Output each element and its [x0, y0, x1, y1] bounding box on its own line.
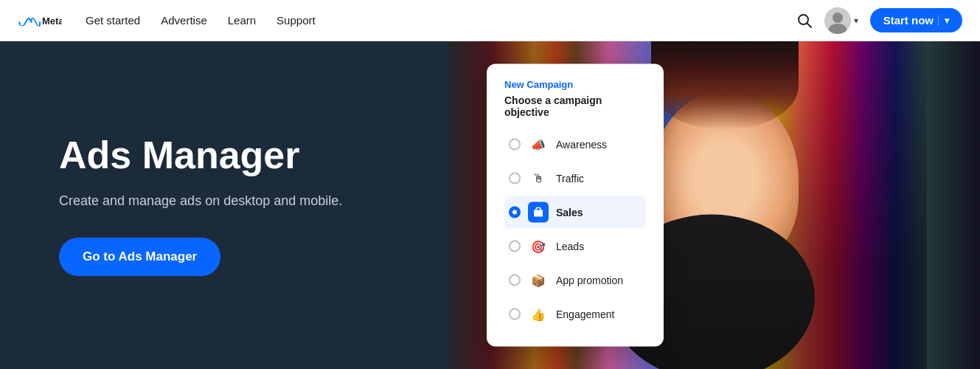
start-now-label: Start now — [883, 14, 934, 27]
radio-sales — [509, 207, 521, 218]
avatar — [824, 7, 851, 34]
radio-leads — [509, 241, 521, 252]
radio-engagement — [509, 308, 521, 320]
sales-icon — [528, 202, 549, 223]
cta-button[interactable]: Go to Ads Manager — [59, 238, 220, 276]
hero-left: Ads Manager Create and manage ads on des… — [0, 41, 472, 369]
campaign-card-subtitle: Choose a campaign objective — [504, 94, 646, 118]
svg-text:Meta: Meta — [42, 15, 62, 27]
meta-logo[interactable]: Meta — [18, 13, 62, 28]
radio-awareness — [509, 139, 521, 151]
app-label: App promotion — [556, 275, 623, 286]
radio-app — [509, 275, 521, 286]
engagement-icon: 👍 — [528, 304, 549, 325]
traffic-label: Traffic — [556, 173, 584, 184]
search-button[interactable] — [796, 13, 813, 29]
app-icon: 📦 — [528, 270, 549, 291]
start-now-button[interactable]: Start now ▾ — [870, 8, 962, 32]
campaign-option-sales[interactable]: Sales — [504, 196, 646, 229]
campaign-option-engagement[interactable]: 👍 Engagement — [504, 298, 646, 331]
navbar-right: ▾ Start now ▾ — [796, 7, 962, 34]
nav-learn[interactable]: Learn — [228, 14, 256, 27]
campaign-option-app[interactable]: 📦 App promotion — [504, 264, 646, 297]
traffic-icon: 🖱 — [528, 168, 549, 189]
nav-get-started[interactable]: Get started — [86, 14, 140, 27]
nav-support[interactable]: Support — [277, 14, 316, 27]
campaign-card-title: New Campaign — [504, 79, 646, 90]
sales-label: Sales — [556, 207, 583, 218]
campaign-card: New Campaign Choose a campaign objective… — [487, 64, 664, 347]
navbar-links: Get started Advertise Learn Support — [86, 14, 796, 27]
awareness-label: Awareness — [556, 139, 607, 151]
user-menu[interactable]: ▾ — [824, 7, 858, 34]
svg-line-2 — [807, 23, 811, 27]
campaign-option-leads[interactable]: 🎯 Leads — [504, 230, 646, 263]
leads-label: Leads — [556, 241, 584, 252]
hero-title: Ads Manager — [59, 134, 413, 176]
navbar: Meta Get started Advertise Learn Support… — [0, 0, 980, 41]
hero-right: New Campaign Choose a campaign objective… — [472, 41, 980, 369]
start-now-chevron-icon: ▾ — [938, 15, 949, 26]
svg-rect-6 — [534, 210, 543, 217]
campaign-option-traffic[interactable]: 🖱 Traffic — [504, 162, 646, 195]
user-chevron-icon: ▾ — [854, 15, 858, 26]
engagement-label: Engagement — [556, 308, 614, 320]
radio-traffic — [509, 173, 521, 184]
nav-advertise[interactable]: Advertise — [161, 14, 207, 27]
campaign-option-awareness[interactable]: 📣 Awareness — [504, 128, 646, 161]
leads-icon: 🎯 — [528, 236, 549, 257]
search-icon — [796, 13, 813, 29]
hero-section: Ads Manager Create and manage ads on des… — [0, 41, 980, 369]
awareness-icon: 📣 — [528, 134, 549, 155]
hero-subtitle: Create and manage ads on desktop and mob… — [59, 191, 413, 211]
svg-point-4 — [833, 13, 843, 23]
